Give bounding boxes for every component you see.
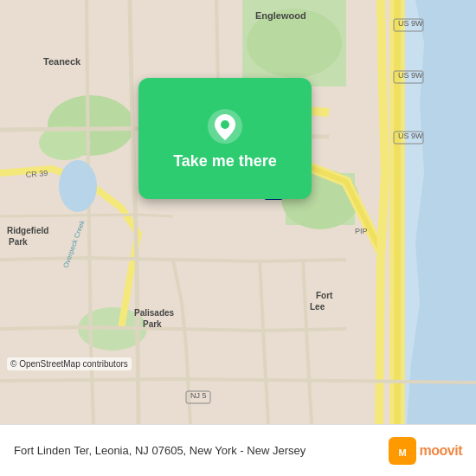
svg-text:Fort: Fort [316, 291, 333, 300]
take-me-there-label: Take me there [173, 152, 277, 170]
address-text: Fort Linden Ter, Leonia, NJ 07605, New Y… [14, 444, 389, 457]
svg-text:Palisades: Palisades [134, 308, 175, 318]
svg-point-36 [221, 120, 229, 129]
svg-text:Lee: Lee [310, 302, 325, 312]
svg-text:Park: Park [9, 237, 28, 247]
svg-text:US 9W: US 9W [398, 71, 423, 80]
svg-text:US 9W: US 9W [398, 132, 423, 140]
moovit-icon: M [389, 437, 416, 465]
map-attribution: © OpenStreetMap contributors [7, 357, 132, 370]
svg-text:M: M [398, 447, 406, 458]
svg-text:Ridgefield: Ridgefield [7, 226, 48, 235]
map-container: CR 39 NJ 4 US 9W US 9W US 9W I-95 NJ 5 P… [0, 0, 476, 424]
svg-text:Park: Park [143, 319, 162, 329]
bottom-bar: Fort Linden Ter, Leonia, NJ 07605, New Y… [0, 424, 476, 476]
moovit-brand-text: moovit [420, 443, 462, 459]
moovit-logo: M moovit [389, 437, 462, 465]
svg-text:PIP: PIP [355, 227, 368, 235]
svg-point-34 [59, 160, 97, 212]
svg-text:US 9W: US 9W [398, 19, 423, 28]
location-pin-icon [206, 107, 244, 145]
svg-text:Englewood: Englewood [255, 10, 306, 21]
svg-text:Teaneck: Teaneck [43, 56, 81, 67]
svg-text:NJ 5: NJ 5 [190, 391, 207, 400]
take-me-there-button[interactable]: Take me there [138, 78, 312, 199]
svg-rect-10 [394, 0, 401, 424]
